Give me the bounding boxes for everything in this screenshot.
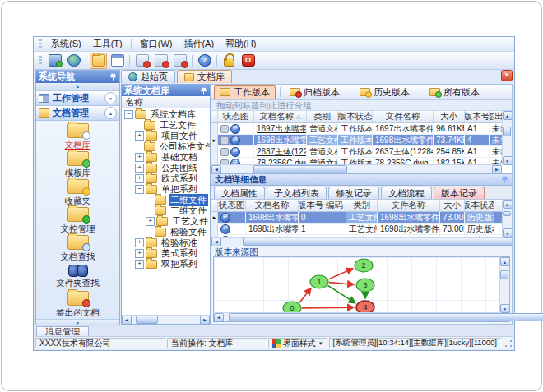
scroll-thumb[interactable]	[136, 316, 158, 324]
sidebar-item-2[interactable]: 收藏夹	[65, 179, 91, 207]
sidebar-group-work[interactable]: 工作管理 ▼	[36, 91, 119, 106]
scroll-track[interactable]	[224, 313, 490, 321]
scroll-thumb[interactable]	[253, 165, 347, 173]
scroll-track[interactable]	[503, 209, 511, 228]
column-header-0[interactable]: 状态图	[218, 111, 254, 122]
scroll-left-arrow[interactable]: ◀	[211, 238, 221, 247]
scroll-thumb[interactable]	[243, 238, 512, 246]
scroll-left-arrow[interactable]: ◀	[214, 313, 224, 322]
button-所有版本[interactable]: 所有版本	[424, 85, 485, 99]
sidebar-item-5[interactable]: 文件夹查找	[56, 263, 100, 291]
toolbar-button-7[interactable]: ?	[196, 53, 213, 69]
scroll-thumb[interactable]	[229, 313, 543, 321]
scroll-up-arrow[interactable]: ▲	[503, 111, 513, 120]
column-header-3[interactable]: 版本状态	[338, 111, 373, 122]
toolbar-button-4[interactable]	[133, 53, 151, 69]
column-header-1[interactable]: 文档名称△	[254, 111, 307, 122]
scroll-left-arrow[interactable]: ◀	[211, 165, 221, 174]
table-row-0[interactable]: ▸1698出水嘴零件图.dwg0工艺文件1698出水嘴零件图.dwg73.00K…	[211, 212, 502, 224]
graph-vertical-scrollbar[interactable]: ▲▼	[499, 257, 509, 313]
expand-icon[interactable]: +	[135, 153, 144, 162]
column-header-4[interactable]: 文件名称	[373, 111, 434, 122]
table-horizontal-scrollbar[interactable]: ◀▶	[211, 164, 502, 173]
scroll-down-arrow[interactable]: ▼	[503, 228, 513, 238]
sidebar-item-6[interactable]: 签出的文档	[56, 291, 100, 319]
column-header-2[interactable]: 类别	[307, 111, 338, 122]
button-归档版本[interactable]: 归档版本	[284, 85, 346, 99]
chevron-down-icon[interactable]: ▼	[104, 92, 117, 104]
interface-style-selector[interactable]: 界面样式 ▼	[268, 338, 327, 348]
toolbar-button-5[interactable]	[152, 53, 169, 69]
table-horizontal-scrollbar[interactable]: ◀▶	[211, 237, 502, 246]
tab-子文档列表[interactable]: 子文档列表	[267, 187, 327, 199]
scroll-right-arrow[interactable]: ▶	[200, 316, 210, 325]
scroll-up-arrow[interactable]: ▲	[503, 200, 513, 209]
menu-item-2[interactable]: 窗口(W)	[134, 37, 179, 51]
expand-icon[interactable]: +	[135, 164, 144, 173]
tree-column-header[interactable]: 名称	[122, 96, 210, 108]
table-row-0[interactable]: 1697出水嘴零件图.dwg普通文档工作版本1697出水嘴零件图.dwg96.6…	[211, 123, 502, 135]
sidebar-item-4[interactable]: 文档查找	[61, 235, 95, 263]
expand-icon[interactable]: +	[135, 174, 144, 183]
tab-文档流程[interactable]: 文档流程	[381, 187, 432, 199]
menu-item-0[interactable]: 系统(S)	[45, 37, 87, 51]
button-历史版本[interactable]: 历史版本	[354, 85, 415, 99]
scroll-track[interactable]	[221, 238, 492, 246]
chevron-up-icon[interactable]: ▲	[104, 107, 117, 119]
toolbar-grip[interactable]	[39, 56, 42, 65]
table-row-1[interactable]: 1698出水嘴零件图.dwg1工艺文件1698出水嘴零件图.dwg73.00KB…	[211, 224, 502, 235]
column-header-5[interactable]: 文件名称	[378, 200, 440, 211]
menu-item-3[interactable]: 插件(A)	[178, 37, 220, 51]
column-header-6[interactable]: 大小	[440, 200, 465, 211]
chevron-down-icon[interactable]: ▼	[69, 321, 86, 325]
version-graph-canvas[interactable]: 01234 ▲▼ ◀▶	[213, 256, 510, 322]
column-header-1[interactable]: 文档名称	[246, 200, 299, 211]
scroll-thumb[interactable]	[503, 127, 511, 136]
table-row-2[interactable]: 2637主体(12284).dwg普通文档工作版本2637主体(12284).d…	[211, 146, 502, 158]
scroll-thumb[interactable]	[500, 270, 508, 279]
expand-icon[interactable]: +	[135, 131, 144, 141]
scroll-thumb[interactable]	[503, 211, 511, 216]
toolbar-button-2[interactable]	[90, 53, 107, 69]
graph-horizontal-scrollbar[interactable]: ◀▶	[214, 312, 500, 321]
button-工作版本[interactable]: 工作版本	[214, 85, 276, 99]
column-header-0[interactable]: 状态图	[218, 200, 246, 211]
table-row-1[interactable]: ▸1698出水嘴零件图.dwg工艺文件工作版本1698出水嘴零件图.dwg73.…	[211, 135, 502, 146]
sidebar-item-1[interactable]: 模板库	[65, 151, 91, 179]
close-tab-button[interactable]: ×	[501, 70, 513, 81]
tab-起始页[interactable]: 起始页	[121, 70, 175, 83]
column-header-4[interactable]: 类别	[346, 200, 378, 211]
toolbar-button-8[interactable]	[220, 53, 238, 69]
scroll-track[interactable]	[221, 165, 492, 173]
sidebar-item-0[interactable]: 文档库	[65, 123, 91, 151]
column-header-2[interactable]: 版本号	[299, 200, 323, 211]
expand-icon[interactable]: +	[135, 249, 144, 258]
scroll-track[interactable]	[132, 316, 200, 324]
expand-icon[interactable]: +	[135, 238, 144, 247]
column-header-6[interactable]: 版本号	[465, 111, 490, 122]
toolbar-button-9[interactable]: O	[239, 53, 257, 69]
collapse-icon[interactable]: −	[135, 185, 144, 194]
tree-horizontal-scrollbar[interactable]: ◀▶	[122, 315, 210, 324]
tab-修改记录[interactable]: 修改记录	[328, 187, 379, 199]
tab-版本记录[interactable]: 版本记录	[434, 187, 485, 199]
column-header-5[interactable]: 大小	[434, 111, 465, 122]
scroll-left-arrow[interactable]: ◀	[122, 316, 132, 325]
toolbar-button-3[interactable]	[109, 53, 126, 69]
pin-icon[interactable]	[109, 73, 117, 81]
scroll-down-arrow[interactable]: ▼	[503, 156, 513, 165]
scroll-down-arrow[interactable]: ▼	[500, 304, 510, 313]
column-header-7[interactable]: 版本状态	[465, 200, 494, 211]
sidebar-group-document[interactable]: 文档管理 ▲	[36, 106, 119, 121]
tab-文档库[interactable]: 文档库	[177, 70, 232, 83]
column-header-3[interactable]: 编码	[323, 200, 346, 211]
chevron-up-icon[interactable]: ▲	[69, 85, 86, 89]
toolbar-button-1[interactable]	[65, 53, 82, 69]
menubar-grip[interactable]	[39, 39, 42, 48]
tab-文档属性[interactable]: 文档属性	[214, 187, 265, 199]
sidebar-item-3[interactable]: 文控管理	[61, 207, 95, 235]
pin-icon[interactable]	[199, 86, 207, 95]
pin-icon[interactable]	[500, 176, 508, 184]
resize-grip[interactable]	[504, 339, 513, 348]
collapse-icon[interactable]: −	[124, 110, 133, 119]
